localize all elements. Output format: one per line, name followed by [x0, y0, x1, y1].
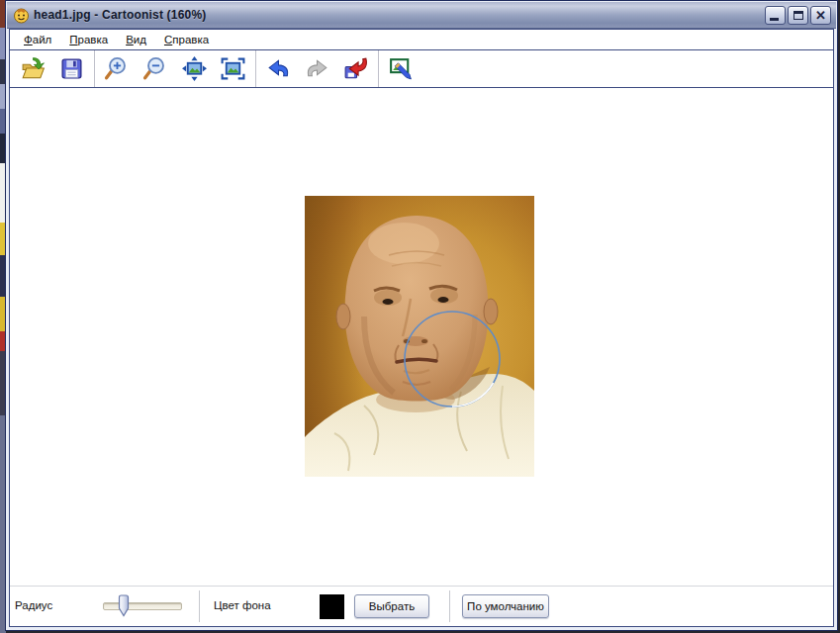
cartoonist-window: head1.jpg - Cartoonist (160%) ✕ Файл Пра…: [5, 0, 838, 631]
gray-curved-arrow-right-icon: [304, 55, 330, 82]
actual-size-button[interactable]: [214, 52, 252, 86]
menubar: Файл Правка Вид Справка: [10, 30, 833, 50]
image-with-pen-icon: [388, 55, 415, 82]
magnifier-minus-icon: [142, 55, 169, 82]
image-corner-brackets-icon: [220, 55, 246, 82]
radius-slider-thumb[interactable]: [118, 594, 130, 617]
minimize-button[interactable]: [765, 6, 786, 25]
undo-button[interactable]: [259, 52, 298, 86]
zoom-in-button[interactable]: [98, 52, 137, 86]
window-controls: ✕: [765, 6, 832, 25]
image-canvas[interactable]: [10, 88, 833, 586]
photo-head1[interactable]: [305, 196, 534, 477]
zoom-out-button[interactable]: [137, 52, 175, 86]
save-file-button[interactable]: [52, 52, 91, 86]
bottom-control-bar: Радиус Цв: [10, 586, 833, 626]
radius-slider[interactable]: [103, 587, 182, 627]
toolbar-separator: [255, 50, 256, 87]
open-file-button[interactable]: [14, 52, 52, 86]
cartoonize-button[interactable]: [382, 52, 420, 86]
radius-slider-track[interactable]: [103, 602, 182, 610]
menu-view[interactable]: Вид: [117, 31, 155, 48]
open-folder-icon: [20, 55, 47, 82]
window-content-frame: Файл Правка Вид Справка: [9, 29, 834, 627]
magnifier-plus-icon: [104, 55, 131, 82]
bg-color-label: Цвет фона: [214, 599, 271, 611]
minimize-icon: [770, 18, 779, 21]
toolbar: [10, 50, 833, 88]
cartoonist-smiley-icon: [13, 7, 30, 24]
toolbar-separator: [378, 50, 379, 87]
default-button[interactable]: По умолчанию: [462, 594, 549, 618]
fit-to-window-button[interactable]: [175, 52, 214, 86]
screen: head1.jpg - Cartoonist (160%) ✕ Файл Пра…: [0, 0, 840, 633]
redo-button[interactable]: [298, 52, 336, 86]
bg-color-swatch: [320, 594, 344, 619]
bottombar-separator: [199, 590, 200, 622]
maximize-icon: [793, 11, 803, 20]
menu-help[interactable]: Справка: [155, 31, 218, 48]
titlebar[interactable]: head1.jpg - Cartoonist (160%) ✕: [7, 2, 836, 29]
blue-curved-arrow-left-icon: [265, 55, 292, 82]
window-title: head1.jpg - Cartoonist (160%): [34, 8, 207, 22]
maximize-button[interactable]: [788, 6, 808, 25]
menu-edit[interactable]: Правка: [60, 31, 117, 48]
close-button[interactable]: ✕: [810, 6, 831, 25]
red-curved-arrow-floppy-icon: [342, 55, 369, 82]
menu-file[interactable]: Файл: [15, 31, 60, 48]
bottombar-separator: [449, 590, 450, 622]
toolbar-separator: [94, 50, 95, 87]
floppy-disk-icon: [58, 55, 85, 82]
close-icon: ✕: [815, 9, 826, 22]
revert-button[interactable]: [336, 52, 375, 86]
choose-color-button[interactable]: Выбрать: [354, 594, 429, 618]
radius-label: Радиус: [15, 599, 52, 611]
image-expand-arrows-icon: [181, 55, 208, 82]
